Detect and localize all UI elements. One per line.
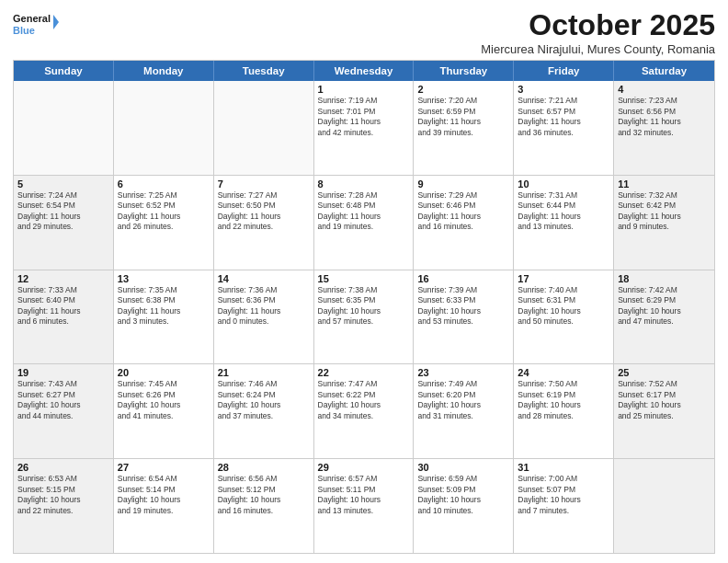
day-number: 9 <box>417 178 509 190</box>
day-cell-13: 13Sunrise: 7:35 AM Sunset: 6:38 PM Dayli… <box>114 270 214 364</box>
day-number: 22 <box>318 367 410 378</box>
day-number: 2 <box>417 84 509 95</box>
day-info: Sunrise: 7:50 AM Sunset: 6:19 PM Dayligh… <box>518 379 609 421</box>
day-number: 8 <box>318 178 410 190</box>
day-cell-23: 23Sunrise: 7:49 AM Sunset: 6:20 PM Dayli… <box>414 364 514 458</box>
svg-text:Blue: Blue <box>13 25 35 36</box>
header-day-sunday: Sunday <box>14 61 114 81</box>
day-info: Sunrise: 6:57 AM Sunset: 5:11 PM Dayligh… <box>318 474 410 516</box>
day-number: 19 <box>17 367 109 378</box>
day-cell-21: 21Sunrise: 7:46 AM Sunset: 6:24 PM Dayli… <box>214 364 314 458</box>
day-info: Sunrise: 7:46 AM Sunset: 6:24 PM Dayligh… <box>218 379 310 421</box>
day-info: Sunrise: 7:47 AM Sunset: 6:22 PM Dayligh… <box>318 379 410 421</box>
calendar-row-4: 26Sunrise: 6:53 AM Sunset: 5:15 PM Dayli… <box>14 458 714 553</box>
day-info: Sunrise: 7:45 AM Sunset: 6:26 PM Dayligh… <box>118 379 210 421</box>
day-number: 30 <box>417 462 509 473</box>
header-day-thursday: Thursday <box>414 61 514 81</box>
empty-cell-4-6 <box>614 459 714 553</box>
day-cell-6: 6Sunrise: 7:25 AM Sunset: 6:52 PM Daylig… <box>114 176 214 270</box>
day-info: Sunrise: 7:27 AM Sunset: 6:50 PM Dayligh… <box>218 190 310 233</box>
calendar-row-2: 12Sunrise: 7:33 AM Sunset: 6:40 PM Dayli… <box>14 270 714 364</box>
day-cell-17: 17Sunrise: 7:40 AM Sunset: 6:31 PM Dayli… <box>514 270 614 364</box>
day-cell-12: 12Sunrise: 7:33 AM Sunset: 6:40 PM Dayli… <box>14 270 114 364</box>
day-info: Sunrise: 6:53 AM Sunset: 5:15 PM Dayligh… <box>17 474 109 516</box>
calendar-row-0: 1Sunrise: 7:19 AM Sunset: 7:01 PM Daylig… <box>14 81 714 175</box>
calendar-row-1: 5Sunrise: 7:24 AM Sunset: 6:54 PM Daylig… <box>14 175 714 270</box>
title-block: October 2025 Miercurea Nirajului, Mures … <box>481 9 715 56</box>
day-number: 12 <box>17 273 109 284</box>
location: Miercurea Nirajului, Mures County, Roman… <box>481 42 715 56</box>
day-cell-25: 25Sunrise: 7:52 AM Sunset: 6:17 PM Dayli… <box>614 364 714 458</box>
day-info: Sunrise: 7:42 AM Sunset: 6:29 PM Dayligh… <box>618 285 711 327</box>
day-cell-28: 28Sunrise: 6:56 AM Sunset: 5:12 PM Dayli… <box>214 459 314 553</box>
day-cell-20: 20Sunrise: 7:45 AM Sunset: 6:26 PM Dayli… <box>114 364 214 458</box>
day-number: 13 <box>118 273 210 284</box>
day-number: 25 <box>618 367 711 378</box>
day-info: Sunrise: 6:54 AM Sunset: 5:14 PM Dayligh… <box>118 474 210 516</box>
header-day-friday: Friday <box>514 61 614 81</box>
empty-cell-0-2 <box>214 81 314 175</box>
empty-cell-0-1 <box>114 81 214 175</box>
logo: General Blue <box>13 9 59 42</box>
day-info: Sunrise: 7:38 AM Sunset: 6:35 PM Dayligh… <box>318 285 410 327</box>
day-number: 14 <box>218 273 310 284</box>
day-info: Sunrise: 7:52 AM Sunset: 6:17 PM Dayligh… <box>618 379 711 421</box>
day-number: 5 <box>17 178 109 190</box>
day-cell-1: 1Sunrise: 7:19 AM Sunset: 7:01 PM Daylig… <box>314 81 415 175</box>
day-number: 4 <box>618 84 711 95</box>
day-cell-26: 26Sunrise: 6:53 AM Sunset: 5:15 PM Dayli… <box>14 459 114 553</box>
day-info: Sunrise: 7:28 AM Sunset: 6:48 PM Dayligh… <box>318 190 410 233</box>
day-info: Sunrise: 7:31 AM Sunset: 6:44 PM Dayligh… <box>518 190 609 233</box>
day-info: Sunrise: 7:40 AM Sunset: 6:31 PM Dayligh… <box>518 285 609 327</box>
day-cell-9: 9Sunrise: 7:29 AM Sunset: 6:46 PM Daylig… <box>414 176 514 270</box>
day-info: Sunrise: 7:24 AM Sunset: 6:54 PM Dayligh… <box>17 190 109 233</box>
day-number: 1 <box>318 84 410 95</box>
day-cell-3: 3Sunrise: 7:21 AM Sunset: 6:57 PM Daylig… <box>514 81 614 175</box>
calendar-body: 1Sunrise: 7:19 AM Sunset: 7:01 PM Daylig… <box>14 81 714 553</box>
day-number: 11 <box>618 178 711 190</box>
day-cell-16: 16Sunrise: 7:39 AM Sunset: 6:33 PM Dayli… <box>414 270 514 364</box>
day-cell-15: 15Sunrise: 7:38 AM Sunset: 6:35 PM Dayli… <box>314 270 415 364</box>
calendar-header: SundayMondayTuesdayWednesdayThursdayFrid… <box>14 61 714 81</box>
day-cell-7: 7Sunrise: 7:27 AM Sunset: 6:50 PM Daylig… <box>214 176 314 270</box>
day-info: Sunrise: 7:49 AM Sunset: 6:20 PM Dayligh… <box>417 379 509 421</box>
day-info: Sunrise: 7:43 AM Sunset: 6:27 PM Dayligh… <box>17 379 109 421</box>
day-number: 3 <box>518 84 609 95</box>
header-day-wednesday: Wednesday <box>314 61 415 81</box>
day-info: Sunrise: 7:32 AM Sunset: 6:42 PM Dayligh… <box>618 190 711 233</box>
day-number: 26 <box>17 462 109 473</box>
day-cell-18: 18Sunrise: 7:42 AM Sunset: 6:29 PM Dayli… <box>614 270 714 364</box>
day-cell-11: 11Sunrise: 7:32 AM Sunset: 6:42 PM Dayli… <box>614 176 714 270</box>
day-number: 16 <box>417 273 509 284</box>
day-number: 17 <box>518 273 609 284</box>
month-title: October 2025 <box>481 9 715 41</box>
day-info: Sunrise: 7:33 AM Sunset: 6:40 PM Dayligh… <box>17 285 109 327</box>
day-cell-29: 29Sunrise: 6:57 AM Sunset: 5:11 PM Dayli… <box>314 459 415 553</box>
day-info: Sunrise: 7:20 AM Sunset: 6:59 PM Dayligh… <box>417 96 509 138</box>
header-day-saturday: Saturday <box>614 61 714 81</box>
svg-marker-2 <box>53 15 59 29</box>
day-number: 27 <box>118 462 210 473</box>
day-number: 23 <box>417 367 509 378</box>
day-number: 29 <box>318 462 410 473</box>
day-number: 21 <box>218 367 310 378</box>
day-number: 7 <box>218 178 310 190</box>
day-cell-14: 14Sunrise: 7:36 AM Sunset: 6:36 PM Dayli… <box>214 270 314 364</box>
day-number: 24 <box>518 367 609 378</box>
day-cell-22: 22Sunrise: 7:47 AM Sunset: 6:22 PM Dayli… <box>314 364 415 458</box>
day-info: Sunrise: 7:39 AM Sunset: 6:33 PM Dayligh… <box>417 285 509 327</box>
day-cell-4: 4Sunrise: 7:23 AM Sunset: 6:56 PM Daylig… <box>614 81 714 175</box>
day-number: 28 <box>218 462 310 473</box>
day-cell-2: 2Sunrise: 7:20 AM Sunset: 6:59 PM Daylig… <box>414 81 514 175</box>
day-cell-30: 30Sunrise: 6:59 AM Sunset: 5:09 PM Dayli… <box>414 459 514 553</box>
day-cell-5: 5Sunrise: 7:24 AM Sunset: 6:54 PM Daylig… <box>14 176 114 270</box>
day-number: 18 <box>618 273 711 284</box>
day-cell-27: 27Sunrise: 6:54 AM Sunset: 5:14 PM Dayli… <box>114 459 214 553</box>
day-info: Sunrise: 7:29 AM Sunset: 6:46 PM Dayligh… <box>417 190 509 233</box>
day-info: Sunrise: 6:59 AM Sunset: 5:09 PM Dayligh… <box>417 474 509 516</box>
calendar: SundayMondayTuesdayWednesdayThursdayFrid… <box>13 60 715 554</box>
day-info: Sunrise: 6:56 AM Sunset: 5:12 PM Dayligh… <box>218 474 310 516</box>
day-cell-31: 31Sunrise: 7:00 AM Sunset: 5:07 PM Dayli… <box>514 459 614 553</box>
day-info: Sunrise: 7:21 AM Sunset: 6:57 PM Dayligh… <box>518 96 609 138</box>
day-info: Sunrise: 7:23 AM Sunset: 6:56 PM Dayligh… <box>618 96 711 138</box>
